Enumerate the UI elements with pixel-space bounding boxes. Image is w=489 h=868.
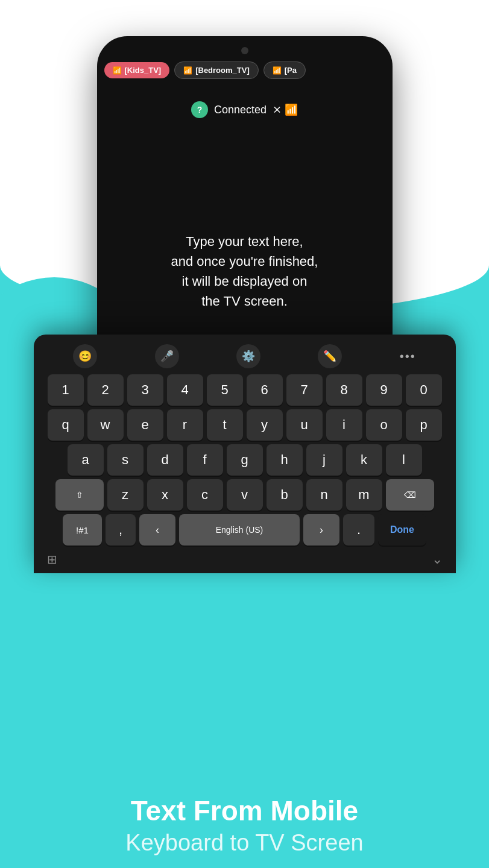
key-a[interactable]: a <box>68 444 104 476</box>
key-s[interactable]: s <box>107 444 144 476</box>
key-1[interactable]: 1 <box>48 374 84 406</box>
key-i[interactable]: i <box>326 409 362 441</box>
qwerty-row: q w e r t y u i o p <box>39 409 451 441</box>
key-o[interactable]: o <box>366 409 402 441</box>
phone-camera <box>241 47 248 54</box>
bluetooth-icon: ⨯ 📶 <box>273 103 298 116</box>
keyboard: 😊 🎤 ⚙️ ✏️ ••• 1 2 3 4 5 6 7 8 9 0 q w e … <box>34 335 456 573</box>
key-3[interactable]: 3 <box>127 374 163 406</box>
asdf-row: a s d f g h j k l <box>39 444 451 476</box>
network-tag-kids-label: [Kids_TV] <box>125 66 162 75</box>
status-text: Connected <box>214 104 267 116</box>
period-key[interactable]: . <box>343 514 374 546</box>
key-y[interactable]: y <box>247 409 283 441</box>
network-bar: 📶 [Kids_TV] 📶 [Bedroom_TV] 📶 [Pa <box>97 61 393 79</box>
key-x[interactable]: x <box>147 479 183 511</box>
key-d[interactable]: d <box>147 444 183 476</box>
key-l[interactable]: l <box>386 444 422 476</box>
microphone-button[interactable]: 🎤 <box>155 344 179 368</box>
language-key[interactable]: English (US) <box>179 514 300 546</box>
status-icon-text: ? <box>197 105 203 115</box>
key-g[interactable]: g <box>227 444 263 476</box>
phone-message-text: Type your text here,and once you're fini… <box>171 231 318 311</box>
more-options-button[interactable]: ••• <box>400 350 416 363</box>
key-c[interactable]: c <box>187 479 223 511</box>
key-z[interactable]: z <box>107 479 144 511</box>
key-n[interactable]: n <box>306 479 342 511</box>
text-edit-button[interactable]: ✏️ <box>318 344 342 368</box>
symbols-key[interactable]: !#1 <box>63 514 102 546</box>
key-9[interactable]: 9 <box>366 374 402 406</box>
keyboard-grid-icon[interactable]: ⊞ <box>47 552 57 567</box>
key-5[interactable]: 5 <box>207 374 243 406</box>
backspace-key[interactable]: ⌫ <box>386 479 434 511</box>
network-tag-bedroom-label: [Bedroom_TV] <box>195 66 250 75</box>
shift-key[interactable]: ⇧ <box>55 479 104 511</box>
status-question-icon: ? <box>191 101 208 118</box>
wifi-icon-kids: 📶 <box>113 66 122 75</box>
network-tag-kids[interactable]: 📶 [Kids_TV] <box>104 62 170 78</box>
marketing-title: Text From Mobile <box>0 796 489 826</box>
settings-button[interactable]: ⚙️ <box>236 344 260 368</box>
wifi-icon-partial: 📶 <box>273 66 282 75</box>
network-tag-bedroom[interactable]: 📶 [Bedroom_TV] <box>174 61 259 79</box>
number-row: 1 2 3 4 5 6 7 8 9 0 <box>39 374 451 406</box>
network-tag-partial[interactable]: 📶 [Pa <box>263 61 306 79</box>
key-w[interactable]: w <box>87 409 124 441</box>
zxcv-row: ⇧ z x c v b n m ⌫ <box>39 479 451 511</box>
key-p[interactable]: p <box>406 409 442 441</box>
key-j[interactable]: j <box>306 444 342 476</box>
network-tag-partial-label: [Pa <box>285 66 297 75</box>
emoji-button[interactable]: 😊 <box>73 344 97 368</box>
key-4[interactable]: 4 <box>167 374 203 406</box>
key-v[interactable]: v <box>227 479 263 511</box>
comma-key[interactable]: , <box>106 514 136 546</box>
key-u[interactable]: u <box>286 409 323 441</box>
key-e[interactable]: e <box>127 409 163 441</box>
keyboard-toolbar: 😊 🎤 ⚙️ ✏️ ••• <box>39 341 451 374</box>
key-2[interactable]: 2 <box>87 374 124 406</box>
key-f[interactable]: f <box>187 444 223 476</box>
marketing-subtitle: Keyboard to TV Screen <box>0 830 489 856</box>
key-8[interactable]: 8 <box>326 374 362 406</box>
prev-language-key[interactable]: ‹ <box>139 514 175 546</box>
marketing-section: Text From Mobile Keyboard to TV Screen <box>0 796 489 856</box>
connection-status-bar: ? Connected ⨯ 📶 <box>97 101 393 118</box>
bottom-row: !#1 , ‹ English (US) › . Done <box>39 514 451 546</box>
key-6[interactable]: 6 <box>247 374 283 406</box>
key-q[interactable]: q <box>48 409 84 441</box>
key-m[interactable]: m <box>346 479 382 511</box>
key-h[interactable]: h <box>267 444 303 476</box>
key-0[interactable]: 0 <box>406 374 442 406</box>
keyboard-bottom-bar: ⊞ ⌄ <box>39 549 451 567</box>
key-t[interactable]: t <box>207 409 243 441</box>
next-language-key[interactable]: › <box>303 514 339 546</box>
key-k[interactable]: k <box>346 444 382 476</box>
key-r[interactable]: r <box>167 409 203 441</box>
keyboard-collapse-icon[interactable]: ⌄ <box>432 552 443 567</box>
wifi-icon-bedroom: 📶 <box>183 66 192 75</box>
done-key[interactable]: Done <box>378 514 426 546</box>
key-7[interactable]: 7 <box>286 374 323 406</box>
key-b[interactable]: b <box>267 479 303 511</box>
